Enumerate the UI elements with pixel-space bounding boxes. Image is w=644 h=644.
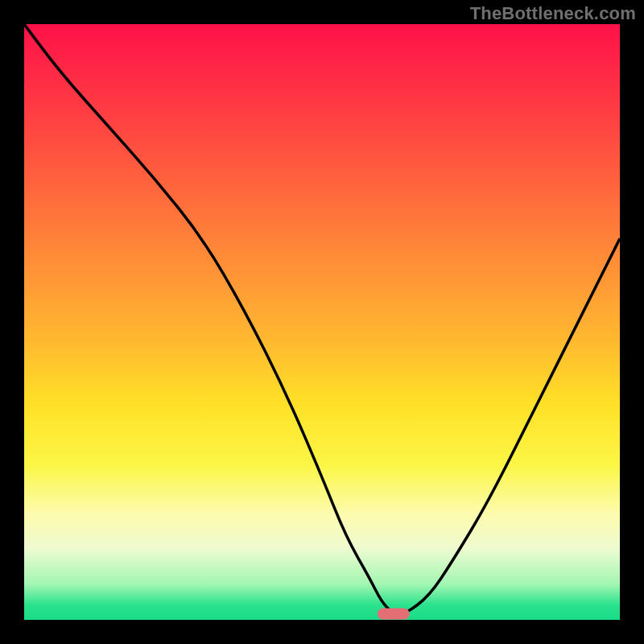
- bottleneck-chart: [0, 0, 644, 644]
- chart-optimal-marker: [378, 609, 410, 620]
- chart-container: TheBottleneck.com: [0, 0, 644, 644]
- watermark-label: TheBottleneck.com: [470, 3, 636, 24]
- chart-plot-area: [24, 24, 620, 620]
